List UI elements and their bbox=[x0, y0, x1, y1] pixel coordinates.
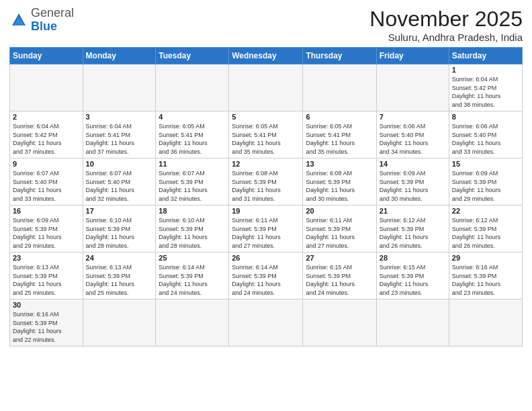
day-number: 25 bbox=[159, 254, 226, 262]
day-number: 6 bbox=[306, 113, 373, 121]
day-info: Sunrise: 6:11 AM Sunset: 5:39 PM Dayligh… bbox=[232, 216, 300, 250]
day-number: 29 bbox=[452, 254, 519, 262]
day-number: 27 bbox=[306, 254, 373, 262]
day-info: Sunrise: 6:13 AM Sunset: 5:39 PM Dayligh… bbox=[13, 263, 80, 297]
day-number: 5 bbox=[232, 113, 300, 121]
day-cell bbox=[449, 300, 522, 347]
day-number: 14 bbox=[380, 160, 446, 168]
logo: General Blue bbox=[9, 7, 74, 34]
day-cell: 11Sunrise: 6:07 AM Sunset: 5:39 PM Dayli… bbox=[156, 158, 229, 205]
day-info: Sunrise: 6:07 AM Sunset: 5:40 PM Dayligh… bbox=[86, 169, 153, 203]
month-title: November 2025 bbox=[369, 7, 523, 32]
cell-inner: 20Sunrise: 6:11 AM Sunset: 5:39 PM Dayli… bbox=[306, 207, 373, 250]
day-number: 24 bbox=[86, 254, 153, 262]
day-info: Sunrise: 6:05 AM Sunset: 5:41 PM Dayligh… bbox=[159, 122, 226, 156]
cell-inner: 13Sunrise: 6:08 AM Sunset: 5:39 PM Dayli… bbox=[306, 160, 373, 203]
day-cell: 22Sunrise: 6:12 AM Sunset: 5:39 PM Dayli… bbox=[449, 205, 522, 253]
day-cell: 17Sunrise: 6:10 AM Sunset: 5:39 PM Dayli… bbox=[83, 205, 156, 253]
weekday-header-tuesday: Tuesday bbox=[156, 48, 229, 64]
cell-inner: 5Sunrise: 6:05 AM Sunset: 5:41 PM Daylig… bbox=[232, 113, 300, 156]
day-number: 22 bbox=[452, 207, 519, 215]
cell-inner: 27Sunrise: 6:15 AM Sunset: 5:39 PM Dayli… bbox=[306, 254, 373, 298]
day-number: 10 bbox=[86, 160, 153, 168]
day-cell: 27Sunrise: 6:15 AM Sunset: 5:39 PM Dayli… bbox=[303, 253, 376, 300]
cell-inner: 24Sunrise: 6:13 AM Sunset: 5:39 PM Dayli… bbox=[86, 254, 153, 298]
cell-inner: 6Sunrise: 6:05 AM Sunset: 5:41 PM Daylig… bbox=[306, 113, 373, 156]
day-cell bbox=[229, 300, 303, 347]
day-cell: 16Sunrise: 6:09 AM Sunset: 5:39 PM Dayli… bbox=[10, 205, 83, 253]
week-row-6: 30Sunrise: 6:16 AM Sunset: 5:39 PM Dayli… bbox=[10, 300, 523, 347]
cell-inner: 21Sunrise: 6:12 AM Sunset: 5:39 PM Dayli… bbox=[380, 207, 446, 250]
cell-inner: 7Sunrise: 6:06 AM Sunset: 5:40 PM Daylig… bbox=[380, 113, 446, 156]
day-info: Sunrise: 6:12 AM Sunset: 5:39 PM Dayligh… bbox=[380, 216, 446, 250]
cell-inner: 11Sunrise: 6:07 AM Sunset: 5:39 PM Dayli… bbox=[159, 160, 226, 203]
day-cell: 26Sunrise: 6:14 AM Sunset: 5:39 PM Dayli… bbox=[229, 253, 303, 300]
day-cell: 19Sunrise: 6:11 AM Sunset: 5:39 PM Dayli… bbox=[229, 205, 303, 253]
day-number: 19 bbox=[232, 207, 300, 215]
day-cell: 30Sunrise: 6:16 AM Sunset: 5:39 PM Dayli… bbox=[10, 300, 83, 347]
day-cell: 13Sunrise: 6:08 AM Sunset: 5:39 PM Dayli… bbox=[303, 158, 376, 205]
day-cell: 15Sunrise: 6:09 AM Sunset: 5:39 PM Dayli… bbox=[449, 158, 522, 205]
day-info: Sunrise: 6:15 AM Sunset: 5:39 PM Dayligh… bbox=[380, 263, 446, 297]
cell-inner: 15Sunrise: 6:09 AM Sunset: 5:39 PM Dayli… bbox=[452, 160, 519, 203]
day-cell bbox=[156, 64, 229, 111]
day-info: Sunrise: 6:11 AM Sunset: 5:39 PM Dayligh… bbox=[306, 216, 373, 250]
day-cell bbox=[303, 64, 376, 111]
day-info: Sunrise: 6:16 AM Sunset: 5:39 PM Dayligh… bbox=[452, 263, 519, 297]
day-info: Sunrise: 6:05 AM Sunset: 5:41 PM Dayligh… bbox=[306, 122, 373, 156]
day-info: Sunrise: 6:08 AM Sunset: 5:39 PM Dayligh… bbox=[232, 169, 300, 203]
day-number: 1 bbox=[452, 66, 519, 74]
day-cell bbox=[83, 300, 156, 347]
cell-inner: 19Sunrise: 6:11 AM Sunset: 5:39 PM Dayli… bbox=[232, 207, 300, 250]
day-info: Sunrise: 6:09 AM Sunset: 5:39 PM Dayligh… bbox=[13, 216, 80, 250]
cell-inner: 2Sunrise: 6:04 AM Sunset: 5:42 PM Daylig… bbox=[13, 113, 80, 156]
day-number: 9 bbox=[13, 160, 80, 168]
day-number: 13 bbox=[306, 160, 373, 168]
day-cell: 6Sunrise: 6:05 AM Sunset: 5:41 PM Daylig… bbox=[303, 111, 376, 158]
day-info: Sunrise: 6:04 AM Sunset: 5:41 PM Dayligh… bbox=[86, 122, 153, 156]
cell-inner: 26Sunrise: 6:14 AM Sunset: 5:39 PM Dayli… bbox=[232, 254, 300, 298]
day-info: Sunrise: 6:14 AM Sunset: 5:39 PM Dayligh… bbox=[159, 263, 226, 297]
day-cell bbox=[10, 64, 83, 111]
day-cell: 12Sunrise: 6:08 AM Sunset: 5:39 PM Dayli… bbox=[229, 158, 303, 205]
weekday-header-saturday: Saturday bbox=[449, 48, 522, 64]
day-cell bbox=[303, 300, 376, 347]
day-info: Sunrise: 6:05 AM Sunset: 5:41 PM Dayligh… bbox=[232, 122, 300, 156]
day-cell: 18Sunrise: 6:10 AM Sunset: 5:39 PM Dayli… bbox=[156, 205, 229, 253]
day-cell: 1Sunrise: 6:04 AM Sunset: 5:42 PM Daylig… bbox=[449, 64, 522, 111]
day-info: Sunrise: 6:06 AM Sunset: 5:40 PM Dayligh… bbox=[380, 122, 446, 156]
day-cell: 8Sunrise: 6:06 AM Sunset: 5:40 PM Daylig… bbox=[449, 111, 522, 158]
week-row-4: 16Sunrise: 6:09 AM Sunset: 5:39 PM Dayli… bbox=[10, 205, 523, 253]
weekday-header-wednesday: Wednesday bbox=[229, 48, 303, 64]
day-cell bbox=[376, 64, 449, 111]
logo-text: General Blue bbox=[31, 7, 74, 34]
cell-inner: 25Sunrise: 6:14 AM Sunset: 5:39 PM Dayli… bbox=[159, 254, 226, 298]
day-cell: 7Sunrise: 6:06 AM Sunset: 5:40 PM Daylig… bbox=[376, 111, 449, 158]
week-row-2: 2Sunrise: 6:04 AM Sunset: 5:42 PM Daylig… bbox=[10, 111, 523, 158]
cell-inner: 14Sunrise: 6:09 AM Sunset: 5:39 PM Dayli… bbox=[380, 160, 446, 203]
day-cell: 2Sunrise: 6:04 AM Sunset: 5:42 PM Daylig… bbox=[10, 111, 83, 158]
day-info: Sunrise: 6:09 AM Sunset: 5:39 PM Dayligh… bbox=[380, 169, 446, 203]
day-number: 12 bbox=[232, 160, 300, 168]
cell-inner: 1Sunrise: 6:04 AM Sunset: 5:42 PM Daylig… bbox=[452, 66, 519, 109]
cell-inner: 4Sunrise: 6:05 AM Sunset: 5:41 PM Daylig… bbox=[159, 113, 226, 156]
logo-blue-text: Blue bbox=[31, 19, 57, 33]
day-number: 7 bbox=[380, 113, 446, 121]
day-number: 21 bbox=[380, 207, 446, 215]
day-number: 16 bbox=[13, 207, 80, 215]
day-number: 20 bbox=[306, 207, 373, 215]
day-cell bbox=[376, 300, 449, 347]
day-number: 11 bbox=[159, 160, 226, 168]
cell-inner: 18Sunrise: 6:10 AM Sunset: 5:39 PM Dayli… bbox=[159, 207, 226, 250]
day-cell: 24Sunrise: 6:13 AM Sunset: 5:39 PM Dayli… bbox=[83, 253, 156, 300]
day-number: 8 bbox=[452, 113, 519, 121]
day-cell: 3Sunrise: 6:04 AM Sunset: 5:41 PM Daylig… bbox=[83, 111, 156, 158]
day-info: Sunrise: 6:14 AM Sunset: 5:39 PM Dayligh… bbox=[232, 263, 300, 297]
cell-inner: 29Sunrise: 6:16 AM Sunset: 5:39 PM Dayli… bbox=[452, 254, 519, 298]
page: General Blue November 2025 Suluru, Andhr… bbox=[0, 0, 532, 351]
day-cell bbox=[83, 64, 156, 111]
day-number: 17 bbox=[86, 207, 153, 215]
day-info: Sunrise: 6:07 AM Sunset: 5:39 PM Dayligh… bbox=[159, 169, 226, 203]
location: Suluru, Andhra Pradesh, India bbox=[369, 32, 523, 43]
day-number: 28 bbox=[380, 254, 446, 262]
